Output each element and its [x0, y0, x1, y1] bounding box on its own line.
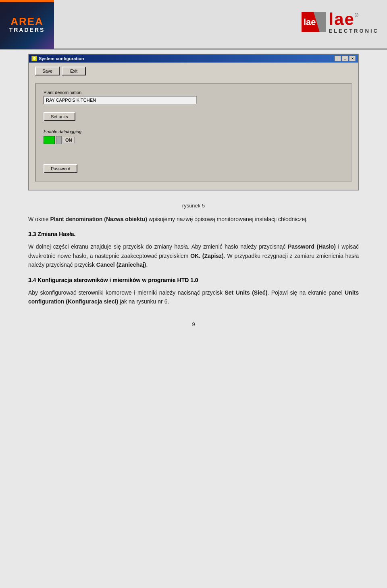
- minimize-button[interactable]: _: [335, 56, 341, 61]
- bold-units-config: Units configuration (Konfiguracja sieci): [28, 289, 359, 305]
- bold-ok: OK. (Zapisz): [190, 253, 224, 259]
- datalogging-label: Enable datalogging: [44, 129, 343, 134]
- svg-text:lae: lae: [304, 17, 316, 27]
- units-paragraph: Aby skonfigurować sterowniki komorowe i …: [28, 288, 359, 306]
- bold-plant-denomination: Plant denomination (Nazwa obiektu): [50, 216, 147, 222]
- page-number: 9: [28, 317, 359, 335]
- config-form: Plant denomination Set units Enable data…: [35, 84, 352, 182]
- lae-brand-name: lae: [329, 11, 355, 28]
- figure-label: rysunek 5: [28, 203, 359, 209]
- area-text: AREA: [10, 16, 44, 27]
- intro-paragraph: W oknie Plant denomination (Nazwa obiekt…: [28, 215, 359, 224]
- titlebar-buttons[interactable]: _ □ ✕: [335, 56, 356, 61]
- bold-password: Password (Hasło): [288, 243, 336, 250]
- area-traders-logo: AREA TRADERS: [0, 0, 54, 49]
- window-titlebar: ⚙ System configuration _ □ ✕: [29, 54, 358, 63]
- close-button[interactable]: ✕: [349, 56, 356, 61]
- set-units-button[interactable]: Set units: [44, 112, 75, 121]
- section-33-heading: 3.3 Zmiana Hasła.: [28, 231, 359, 237]
- window-toolbar: Save Exit: [35, 67, 352, 75]
- lae-subtitle: ELECTRONIC: [329, 28, 379, 34]
- lae-text-block: lae ® ELECTRONIC: [329, 11, 379, 34]
- toggle-gray-indicator[interactable]: [56, 136, 62, 144]
- maximize-button[interactable]: □: [342, 56, 348, 61]
- datalogging-section: Enable datalogging ON: [44, 129, 343, 144]
- plant-denomination-label: Plant denomination: [44, 90, 343, 95]
- bold-set-units: Set Units (Sieć): [225, 289, 267, 296]
- bold-cancel: Cancel (Zaniechaj): [96, 262, 146, 268]
- save-button[interactable]: Save: [35, 67, 60, 75]
- window-icon: ⚙: [31, 56, 37, 61]
- lae-logo: lae lae ® ELECTRONIC: [274, 0, 387, 40]
- window-body: Save Exit Plant denomination Set units E…: [29, 63, 358, 190]
- system-config-window: ⚙ System configuration _ □ ✕ Save Exit P…: [28, 54, 359, 190]
- exit-button[interactable]: Exit: [62, 67, 86, 75]
- main-content: ⚙ System configuration _ □ ✕ Save Exit P…: [0, 50, 387, 339]
- plant-denomination-input[interactable]: [44, 96, 197, 104]
- password-paragraph: W dolnej części ekranu znajduje się przy…: [28, 242, 359, 269]
- page-header: AREA TRADERS lae lae ® ELECTRONIC: [0, 0, 387, 48]
- toggle-row: ON: [44, 136, 343, 144]
- password-button[interactable]: Password: [44, 164, 77, 173]
- text-content: rysunek 5 W oknie Plant denomination (Na…: [28, 199, 359, 317]
- toggle-on-label: ON: [63, 137, 75, 143]
- lae-flag-icon: lae: [302, 12, 326, 32]
- toggle-green-indicator[interactable]: [44, 136, 55, 144]
- window-title: System configuration: [39, 56, 84, 61]
- lae-registered-mark: ®: [355, 13, 358, 18]
- traders-text: TRADERS: [9, 27, 45, 33]
- section-34-heading: 3.4 Konfiguracja sterowników i mierników…: [28, 277, 359, 283]
